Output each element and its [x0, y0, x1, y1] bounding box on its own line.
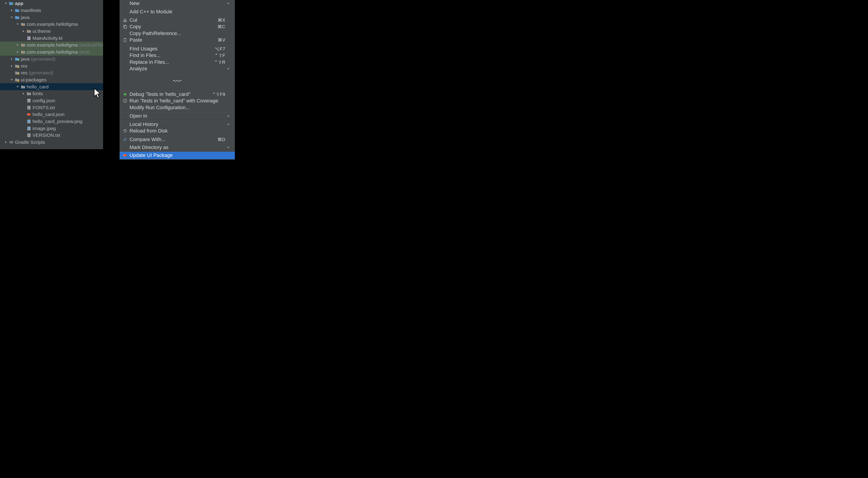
- chevron-down-icon[interactable]: [4, 2, 8, 5]
- menu-item[interactable]: Analyze: [120, 65, 235, 73]
- tree-row[interactable]: java: [0, 14, 103, 21]
- menu-item[interactable]: Replace in Files...⌃⇧R: [120, 59, 235, 65]
- menu-item[interactable]: Copy Path/Reference...: [120, 30, 235, 37]
- menu-item-label: New: [129, 0, 225, 6]
- tree-item-label: fonts: [33, 91, 43, 96]
- tree-item-label: MainActivity.kt: [33, 35, 63, 41]
- menu-item-label: Find Usages: [129, 46, 212, 52]
- blank-icon: [122, 113, 128, 119]
- tree-item-label: ui.theme: [33, 29, 51, 34]
- module-icon: [9, 1, 13, 6]
- menu-item[interactable]: Update UI Package: [120, 152, 235, 159]
- menu-shortcut: ⌃⇧F9: [212, 92, 225, 97]
- menu-item[interactable]: Local History: [120, 120, 235, 128]
- tree-item-label: hello_card_preview.png: [33, 119, 83, 124]
- blank-icon: [122, 105, 128, 110]
- wavy-icon: 〰: [173, 77, 182, 86]
- tree-row[interactable]: com.example.hellofigma (test): [0, 49, 103, 56]
- package-icon: [21, 50, 25, 54]
- tree-row[interactable]: app: [0, 0, 103, 7]
- imgfile-icon: [27, 126, 31, 131]
- chevron-right-icon[interactable]: [10, 8, 13, 12]
- tree-row[interactable]: hello_card: [0, 83, 103, 90]
- menu-item[interactable]: Find in Files...⌃⇧F: [120, 52, 235, 59]
- package-icon: [21, 43, 25, 47]
- tree-item-label: com.example.hellofigma: [27, 22, 78, 27]
- menu-shortcut: ⌥F7: [215, 46, 225, 52]
- menu-shortcut: ⌘V: [218, 37, 225, 43]
- chevron-down-icon[interactable]: [16, 22, 20, 26]
- chevron-right-icon[interactable]: [4, 141, 8, 144]
- tree-item-label: Gradle Scripts: [15, 140, 45, 145]
- menu-item-label: Reload from Disk: [129, 128, 225, 134]
- menu-item-label: Add C++ to Module: [129, 9, 225, 15]
- menu-item[interactable]: Mark Directory as: [120, 144, 235, 151]
- blank-icon: [122, 145, 128, 150]
- menu-item-label: Debug 'Tests in 'hello_card'': [129, 91, 209, 97]
- blank-icon: [122, 66, 128, 71]
- tree-row[interactable]: hello_card.json: [0, 111, 103, 118]
- menu-item[interactable]: Copy⌘C: [120, 24, 235, 30]
- tree-item-label: app: [15, 1, 23, 6]
- tree-row[interactable]: com.example.hellofigma (androidTest): [0, 41, 103, 49]
- tree-row[interactable]: Gradle Scripts: [0, 139, 103, 146]
- menu-item-label: Replace in Files...: [129, 59, 211, 65]
- tree-row[interactable]: MainActivity.kt: [0, 35, 103, 41]
- tree-row[interactable]: com.example.hellofigma: [0, 21, 103, 28]
- genfolder-icon: [15, 57, 20, 61]
- blank-icon: [122, 9, 128, 14]
- blank-icon: [122, 46, 128, 52]
- tree-row[interactable]: image.jpeg: [0, 125, 103, 132]
- chevron-down-icon[interactable]: [16, 85, 20, 89]
- tree-row[interactable]: ui-packages: [0, 77, 103, 84]
- resfolder-icon: [15, 70, 20, 75]
- menu-item[interactable]: Open In: [120, 112, 235, 120]
- chevron-down-icon[interactable]: [10, 78, 13, 82]
- tree-item-label: java: [21, 15, 30, 20]
- tree-row[interactable]: res (generated): [0, 69, 103, 77]
- tree-row[interactable]: FONTS.txt: [0, 104, 103, 111]
- tree-row[interactable]: VERSION.txt: [0, 132, 103, 139]
- chevron-right-icon[interactable]: [22, 29, 25, 33]
- ktfile-icon: [27, 36, 31, 40]
- chevron-right-icon[interactable]: [16, 50, 20, 54]
- resfolder-icon: [15, 64, 20, 68]
- tree-row[interactable]: fonts: [0, 90, 103, 97]
- blank-icon: [122, 1, 128, 6]
- menu-item[interactable]: Reload from Disk: [120, 128, 235, 135]
- menu-item[interactable]: New: [120, 0, 235, 7]
- txtfile-icon: [27, 133, 31, 138]
- menu-item[interactable]: Debug 'Tests in 'hello_card''⌃⇧F9: [120, 90, 235, 98]
- menu-item-label: Run 'Tests in 'hello_card'' with Coverag…: [129, 98, 225, 104]
- menu-item-label: Cut: [129, 17, 215, 23]
- tree-item-label: ui-packages: [21, 77, 46, 83]
- menu-shortcut: ⌃⇧R: [214, 59, 225, 65]
- submenu-chevron-icon: [227, 114, 231, 118]
- menu-item[interactable]: Add C++ to Module: [120, 8, 235, 16]
- chevron-right-icon[interactable]: [10, 64, 13, 68]
- chevron-down-icon[interactable]: [10, 16, 13, 19]
- tree-row[interactable]: res: [0, 62, 103, 69]
- menu-shortcut: ⌘X: [218, 18, 225, 23]
- reload-icon: [122, 128, 128, 133]
- txtfile-icon: [27, 106, 31, 110]
- tree-item-label-dim: (androidTest): [78, 42, 103, 48]
- menu-item[interactable]: Modify Run Configuration...: [120, 104, 235, 112]
- tree-row[interactable]: ui.theme: [0, 28, 103, 35]
- menu-gap: 〰: [120, 73, 235, 90]
- menu-shortcut: ⌃⇧F: [215, 53, 225, 58]
- menu-item[interactable]: Paste⌘V: [120, 37, 235, 44]
- chevron-right-icon[interactable]: [22, 92, 25, 95]
- figma-icon: [27, 112, 31, 117]
- tree-row[interactable]: java (generated): [0, 56, 103, 63]
- chevron-right-icon[interactable]: [10, 57, 13, 61]
- tree-row[interactable]: config.json: [0, 97, 103, 104]
- tree-row[interactable]: hello_card_preview.png: [0, 118, 103, 125]
- tree-row[interactable]: manifests: [0, 7, 103, 14]
- menu-item[interactable]: Run 'Tests in 'hello_card'' with Coverag…: [120, 98, 235, 104]
- tree-item-label: res: [21, 63, 27, 69]
- chevron-right-icon[interactable]: [16, 43, 20, 47]
- menu-item[interactable]: Find Usages⌥F7: [120, 45, 235, 52]
- menu-item[interactable]: Cut⌘X: [120, 16, 235, 24]
- menu-item[interactable]: Compare With...⌘D: [120, 136, 235, 143]
